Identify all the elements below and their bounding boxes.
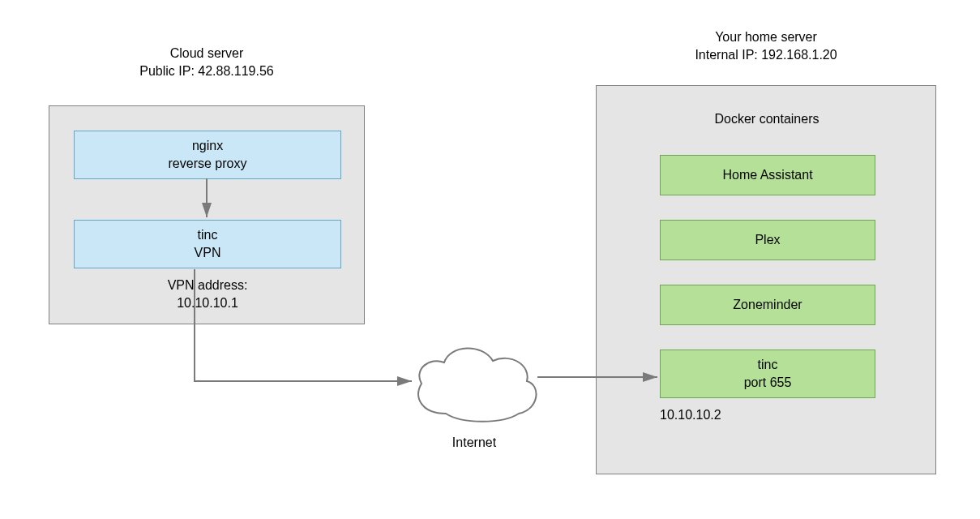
plex-label: Plex bbox=[755, 231, 780, 249]
home-title-line1: Your home server bbox=[596, 28, 936, 46]
tinc-vpn-box: tinc VPN bbox=[74, 220, 341, 268]
internet-label: Internet bbox=[405, 434, 543, 452]
zoneminder-label: Zoneminder bbox=[733, 296, 802, 314]
tinc-port-line2: port 655 bbox=[744, 374, 792, 392]
home-assistant-label: Home Assistant bbox=[722, 166, 812, 184]
tinc-port-box: tinc port 655 bbox=[660, 350, 875, 398]
vpn-addr-line1: VPN address: bbox=[74, 277, 341, 294]
cloud-title-line1: Cloud server bbox=[49, 45, 365, 62]
home-title-line2: Internal IP: 192.168.1.20 bbox=[596, 46, 936, 64]
docker-header: Docker containers bbox=[597, 110, 937, 128]
zoneminder-box: Zoneminder bbox=[660, 285, 875, 325]
home-assistant-box: Home Assistant bbox=[660, 155, 875, 195]
nginx-line2: reverse proxy bbox=[169, 155, 247, 173]
cloud-server-container: nginx reverse proxy tinc VPN VPN address… bbox=[49, 105, 365, 324]
vpn-address-label: VPN address: 10.10.10.1 bbox=[74, 277, 341, 311]
cloud-server-title: Cloud server Public IP: 42.88.119.56 bbox=[49, 45, 365, 79]
plex-box: Plex bbox=[660, 220, 875, 260]
tinc-line2: VPN bbox=[195, 244, 221, 262]
home-server-container: Docker containers Home Assistant Plex Zo… bbox=[596, 85, 936, 474]
nginx-line1: nginx bbox=[192, 137, 223, 155]
tinc-ip-label: 10.10.10.2 bbox=[660, 406, 721, 424]
nginx-box: nginx reverse proxy bbox=[74, 131, 341, 179]
vpn-addr-line2: 10.10.10.1 bbox=[74, 294, 341, 312]
tinc-port-line1: tinc bbox=[758, 356, 778, 374]
home-server-title: Your home server Internal IP: 192.168.1.… bbox=[596, 28, 936, 63]
internet-cloud-icon bbox=[405, 337, 543, 426]
cloud-title-line2: Public IP: 42.88.119.56 bbox=[49, 62, 365, 80]
tinc-line1: tinc bbox=[198, 226, 218, 244]
